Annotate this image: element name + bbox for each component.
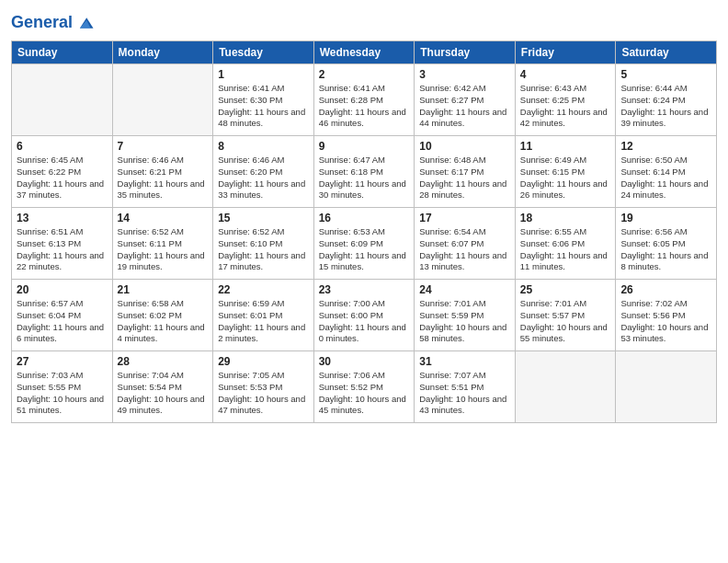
weekday-header-tuesday: Tuesday (213, 41, 314, 64)
day-number: 2 (319, 68, 410, 81)
day-number: 19 (620, 212, 711, 224)
day-detail: Sunrise: 6:52 AMSunset: 6:11 PMDaylight:… (118, 226, 205, 271)
day-cell: 5 Sunrise: 6:44 AMSunset: 6:24 PMDayligh… (616, 64, 717, 136)
day-cell: 2 Sunrise: 6:41 AMSunset: 6:28 PMDayligh… (313, 64, 415, 136)
day-detail: Sunrise: 7:04 AMSunset: 5:54 PMDaylight:… (118, 370, 205, 415)
day-detail: Sunrise: 6:55 AMSunset: 6:06 PMDaylight:… (520, 226, 608, 271)
day-detail: Sunrise: 6:49 AMSunset: 6:15 PMDaylight:… (520, 155, 608, 200)
day-cell: 9 Sunrise: 6:47 AMSunset: 6:18 PMDayligh… (313, 136, 415, 208)
day-number: 15 (218, 212, 309, 224)
day-detail: Sunrise: 6:58 AMSunset: 6:02 PMDaylight:… (118, 298, 205, 343)
day-detail: Sunrise: 6:51 AMSunset: 6:13 PMDaylight:… (17, 226, 104, 271)
day-number: 25 (520, 283, 611, 296)
logo-icon (74, 13, 95, 33)
day-cell (515, 351, 616, 423)
day-number: 22 (218, 283, 309, 296)
day-cell: 27 Sunrise: 7:03 AMSunset: 5:55 PMDaylig… (12, 351, 113, 423)
page: General SundayMondayTuesdayWednesdayThur… (0, 0, 728, 563)
day-detail: Sunrise: 7:00 AMSunset: 6:00 PMDaylight:… (319, 298, 406, 343)
calendar: SundayMondayTuesdayWednesdayThursdayFrid… (11, 40, 717, 423)
day-cell: 31 Sunrise: 7:07 AMSunset: 5:51 PMDaylig… (415, 351, 516, 423)
day-number: 26 (620, 283, 711, 296)
day-cell: 26 Sunrise: 7:02 AMSunset: 5:56 PMDaylig… (616, 280, 717, 351)
day-detail: Sunrise: 7:05 AMSunset: 5:53 PMDaylight:… (218, 370, 305, 415)
day-number: 29 (218, 355, 309, 368)
day-number: 12 (620, 140, 711, 153)
day-cell: 4 Sunrise: 6:43 AMSunset: 6:25 PMDayligh… (515, 64, 616, 136)
day-detail: Sunrise: 6:52 AMSunset: 6:10 PMDaylight:… (218, 226, 305, 271)
day-cell: 17 Sunrise: 6:54 AMSunset: 6:07 PMDaylig… (415, 208, 516, 280)
day-detail: Sunrise: 6:48 AMSunset: 6:17 PMDaylight:… (419, 155, 506, 200)
weekday-header-sunday: Sunday (12, 41, 113, 64)
week-row-4: 20 Sunrise: 6:57 AMSunset: 6:04 PMDaylig… (12, 280, 717, 351)
day-detail: Sunrise: 6:54 AMSunset: 6:07 PMDaylight:… (419, 226, 506, 271)
day-detail: Sunrise: 6:43 AMSunset: 6:25 PMDaylight:… (520, 83, 608, 128)
day-number: 16 (319, 212, 410, 224)
weekday-header-monday: Monday (112, 41, 213, 64)
day-cell (616, 351, 717, 423)
week-row-1: 1 Sunrise: 6:41 AMSunset: 6:30 PMDayligh… (12, 64, 717, 136)
logo-text: General (11, 14, 73, 32)
day-number: 6 (17, 140, 108, 153)
day-number: 1 (218, 68, 309, 81)
week-row-2: 6 Sunrise: 6:45 AMSunset: 6:22 PMDayligh… (12, 136, 717, 208)
day-cell: 30 Sunrise: 7:06 AMSunset: 5:52 PMDaylig… (313, 351, 415, 423)
day-number: 5 (620, 68, 711, 81)
day-detail: Sunrise: 6:42 AMSunset: 6:27 PMDaylight:… (419, 83, 506, 128)
day-cell: 21 Sunrise: 6:58 AMSunset: 6:02 PMDaylig… (112, 280, 213, 351)
day-cell: 12 Sunrise: 6:50 AMSunset: 6:14 PMDaylig… (616, 136, 717, 208)
weekday-header-row: SundayMondayTuesdayWednesdayThursdayFrid… (12, 41, 717, 64)
day-cell: 1 Sunrise: 6:41 AMSunset: 6:30 PMDayligh… (213, 64, 314, 136)
day-cell: 28 Sunrise: 7:04 AMSunset: 5:54 PMDaylig… (112, 351, 213, 423)
day-detail: Sunrise: 7:03 AMSunset: 5:55 PMDaylight:… (17, 370, 104, 415)
day-detail: Sunrise: 6:56 AMSunset: 6:05 PMDaylight:… (620, 226, 708, 271)
day-cell: 6 Sunrise: 6:45 AMSunset: 6:22 PMDayligh… (12, 136, 113, 208)
day-cell: 7 Sunrise: 6:46 AMSunset: 6:21 PMDayligh… (112, 136, 213, 208)
day-number: 3 (419, 68, 510, 81)
day-cell: 8 Sunrise: 6:46 AMSunset: 6:20 PMDayligh… (213, 136, 314, 208)
logo: General (11, 9, 95, 33)
day-number: 23 (319, 283, 410, 296)
day-detail: Sunrise: 7:02 AMSunset: 5:56 PMDaylight:… (620, 298, 708, 343)
day-detail: Sunrise: 6:53 AMSunset: 6:09 PMDaylight:… (319, 226, 406, 271)
day-number: 10 (419, 140, 510, 153)
day-detail: Sunrise: 7:01 AMSunset: 5:57 PMDaylight:… (520, 298, 608, 343)
day-number: 13 (17, 212, 108, 224)
day-cell: 20 Sunrise: 6:57 AMSunset: 6:04 PMDaylig… (12, 280, 113, 351)
header: General (11, 9, 717, 33)
day-cell: 16 Sunrise: 6:53 AMSunset: 6:09 PMDaylig… (313, 208, 415, 280)
day-number: 27 (17, 355, 108, 368)
day-cell (112, 64, 213, 136)
day-detail: Sunrise: 7:07 AMSunset: 5:51 PMDaylight:… (419, 370, 506, 415)
week-row-5: 27 Sunrise: 7:03 AMSunset: 5:55 PMDaylig… (12, 351, 717, 423)
day-cell (12, 64, 113, 136)
weekday-header-thursday: Thursday (415, 41, 516, 64)
week-row-3: 13 Sunrise: 6:51 AMSunset: 6:13 PMDaylig… (12, 208, 717, 280)
day-number: 7 (118, 140, 209, 153)
day-detail: Sunrise: 7:06 AMSunset: 5:52 PMDaylight:… (319, 370, 406, 415)
day-number: 20 (17, 283, 108, 296)
day-detail: Sunrise: 6:46 AMSunset: 6:21 PMDaylight:… (118, 155, 205, 200)
day-cell: 13 Sunrise: 6:51 AMSunset: 6:13 PMDaylig… (12, 208, 113, 280)
day-number: 30 (319, 355, 410, 368)
day-detail: Sunrise: 6:46 AMSunset: 6:20 PMDaylight:… (218, 155, 305, 200)
day-cell: 23 Sunrise: 7:00 AMSunset: 6:00 PMDaylig… (313, 280, 415, 351)
day-number: 11 (520, 140, 611, 153)
day-detail: Sunrise: 6:59 AMSunset: 6:01 PMDaylight:… (218, 298, 305, 343)
day-number: 14 (118, 212, 209, 224)
day-number: 18 (520, 212, 611, 224)
day-number: 9 (319, 140, 410, 153)
day-cell: 22 Sunrise: 6:59 AMSunset: 6:01 PMDaylig… (213, 280, 314, 351)
weekday-header-friday: Friday (515, 41, 616, 64)
day-cell: 18 Sunrise: 6:55 AMSunset: 6:06 PMDaylig… (515, 208, 616, 280)
day-number: 21 (118, 283, 209, 296)
day-detail: Sunrise: 6:44 AMSunset: 6:24 PMDaylight:… (620, 83, 708, 128)
day-cell: 10 Sunrise: 6:48 AMSunset: 6:17 PMDaylig… (415, 136, 516, 208)
day-cell: 11 Sunrise: 6:49 AMSunset: 6:15 PMDaylig… (515, 136, 616, 208)
day-cell: 3 Sunrise: 6:42 AMSunset: 6:27 PMDayligh… (415, 64, 516, 136)
day-number: 31 (419, 355, 510, 368)
day-number: 17 (419, 212, 510, 224)
day-detail: Sunrise: 6:50 AMSunset: 6:14 PMDaylight:… (620, 155, 708, 200)
day-cell: 24 Sunrise: 7:01 AMSunset: 5:59 PMDaylig… (415, 280, 516, 351)
day-cell: 15 Sunrise: 6:52 AMSunset: 6:10 PMDaylig… (213, 208, 314, 280)
